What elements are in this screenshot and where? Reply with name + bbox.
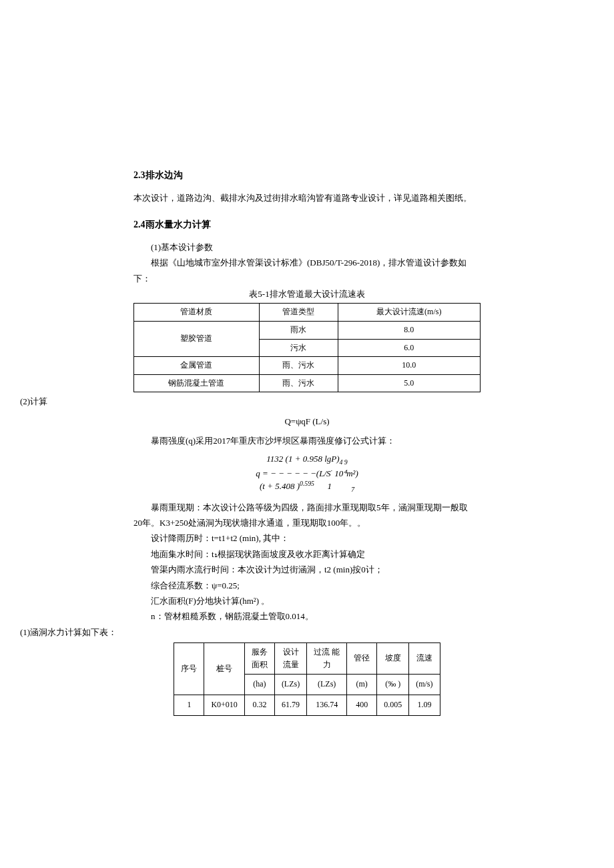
unit-permille: (‰ ) xyxy=(377,675,409,695)
cell: 雨、污水 xyxy=(259,357,338,375)
th-flow-2: 流量 xyxy=(283,660,299,669)
unit-lzs-1: (LZs) xyxy=(274,675,306,695)
table-row: 1 K0+010 0.32 61.79 136.74 400 0.005 1.0… xyxy=(174,695,440,716)
formula-ex2: 7 xyxy=(351,486,354,493)
cell: 雨、污水 xyxy=(259,374,338,392)
table-row: 金属管道 雨、污水 10.0 xyxy=(134,357,481,375)
th-area: 服务 面积 xyxy=(244,643,274,675)
culvert-calc-table: 序号 桩号 服务 面积 设计 流量 过流 能 力 管径 坡度 流速 (ha) (… xyxy=(174,642,440,716)
unit-lzs-2: (LZs) xyxy=(307,675,347,695)
s24-p8: 综合径流系数：ψ=0.25; xyxy=(133,578,481,593)
s24-p7: 管渠内雨水流行时间：本次设计为过街涵洞，t2 (min)按0计； xyxy=(133,562,481,577)
unit-m: (m) xyxy=(347,675,377,695)
table-row: 钢筋混凝土管道 雨、污水 5.0 xyxy=(134,374,481,392)
formula-unit: 10⁴m²) xyxy=(332,468,358,478)
th-flow-1: 设计 xyxy=(283,647,299,657)
th-type: 管道类型 xyxy=(259,304,338,322)
cell: 金属管道 xyxy=(134,357,260,375)
th-area-2: 面积 xyxy=(252,660,268,669)
th-area-1: 服务 xyxy=(252,647,268,657)
table-row: 序号 桩号 服务 面积 设计 流量 过流 能 力 管径 坡度 流速 xyxy=(174,643,440,675)
formula-q-psi-qf: Q=ψqF (L/s) xyxy=(133,414,481,429)
th-max-speed: 最大设计流速(m/s) xyxy=(338,304,480,322)
cell: 6.0 xyxy=(338,339,480,357)
cell: 0.005 xyxy=(377,695,409,716)
th-cap-1: 过流 能 xyxy=(314,647,340,657)
section-2-4-title: 2.4雨水量水力计算 xyxy=(133,216,481,233)
formula-denominator: (t + 5.408 ) xyxy=(260,481,300,491)
formula-rainfall-intensity: 1132 (1 + 0.958 lgP)4 9 q = − − − − − −(… xyxy=(133,454,481,494)
s24-p3: 暴雨强度(q)采用2017年重庆市沙坪坝区暴雨强度修订公式计算： xyxy=(133,433,481,448)
formula-q: q xyxy=(256,468,260,478)
s23-paragraph: 本次设计，道路边沟、截排水沟及过街排水暗沟皆有道路专业设计，详见道路相关图纸。 xyxy=(133,190,481,205)
s24-p9: 汇水面积(F)分地块计算(hm²) 。 xyxy=(133,593,481,608)
cell: 8.0 xyxy=(338,321,480,339)
cell: 塑胶管道 xyxy=(134,321,260,356)
s24-p6: 地面集水时间：t₁根据现状路面坡度及收水距离计算确定 xyxy=(133,546,481,562)
s24-p10: n：管材粗糙系数，钢筋混凝土管取0.014。 xyxy=(133,608,481,624)
th-diameter: 管径 xyxy=(347,643,377,675)
cell: 136.74 xyxy=(307,695,347,716)
th-speed: 流速 xyxy=(409,643,440,675)
cell: 1 xyxy=(174,695,204,716)
cell: 污水 xyxy=(259,339,338,357)
th-design-flow: 设计 流量 xyxy=(274,643,306,675)
cell: 钢筋混凝土管道 xyxy=(134,374,260,392)
cell: 1.09 xyxy=(409,695,440,716)
s24-p2b: 下： xyxy=(133,271,481,286)
th-material: 管道材质 xyxy=(134,304,260,322)
section-2-3-title: 2.3排水边沟 xyxy=(133,167,481,183)
th-station: 桩号 xyxy=(204,643,244,695)
table-5-1: 管道材质 管道类型 最大设计流速(m/s) 塑胶管道 雨水 8.0 污水 6.0… xyxy=(133,303,481,392)
cell: 10.0 xyxy=(338,357,480,375)
unit-ha: (ha) xyxy=(244,675,274,695)
s24-p5: 设计降雨历时：t=t1+t2 (min), 其中： xyxy=(133,530,481,546)
th-slope: 坡度 xyxy=(377,643,409,675)
th-capacity: 过流 能 力 xyxy=(307,643,347,675)
formula-tail: 1 xyxy=(327,481,332,491)
cell: 400 xyxy=(347,695,377,716)
s24-p2: 根据《山地城市室外排水管渠设计标准》(DBJ50/T-296-2018)，排水管… xyxy=(133,255,481,270)
formula-exp: 4 9 xyxy=(340,458,348,466)
th-cap-2: 力 xyxy=(323,660,331,669)
cell: 61.79 xyxy=(274,695,306,716)
s24-p1: (1)基本设计参数 xyxy=(133,240,481,255)
calc-label-2: (2)计算 xyxy=(20,394,481,409)
s24-p4b: 20年。K3+250处涵洞为现状塘排水通道，重现期取100年。。 xyxy=(133,515,481,530)
table-row: 管道材质 管道类型 最大设计流速(m/s) xyxy=(134,304,481,322)
table-5-1-caption: 表5-1排水管道最大设计流速表 xyxy=(133,286,481,302)
formula-denom-exp: 0.595 xyxy=(300,480,314,487)
cell: 雨水 xyxy=(259,321,338,339)
formula-numerator: 1132 (1 + 0.958 lgP) xyxy=(266,454,339,464)
calc-table-label: (1)涵洞水力计算如下表： xyxy=(20,624,481,640)
cell: K0+010 xyxy=(204,695,244,716)
formula-eq: = − − − − − −(L/S xyxy=(262,468,331,478)
unit-ms: (m/s) xyxy=(409,675,440,695)
cell: 0.32 xyxy=(244,695,274,716)
th-seq: 序号 xyxy=(174,643,204,695)
table-row: 塑胶管道 雨水 8.0 xyxy=(134,321,481,339)
cell: 5.0 xyxy=(338,374,480,392)
s24-p4: 暴雨重现期：本次设计公路等级为四级，路面排水重现期取5年，涵洞重现期一般取 xyxy=(133,500,481,515)
